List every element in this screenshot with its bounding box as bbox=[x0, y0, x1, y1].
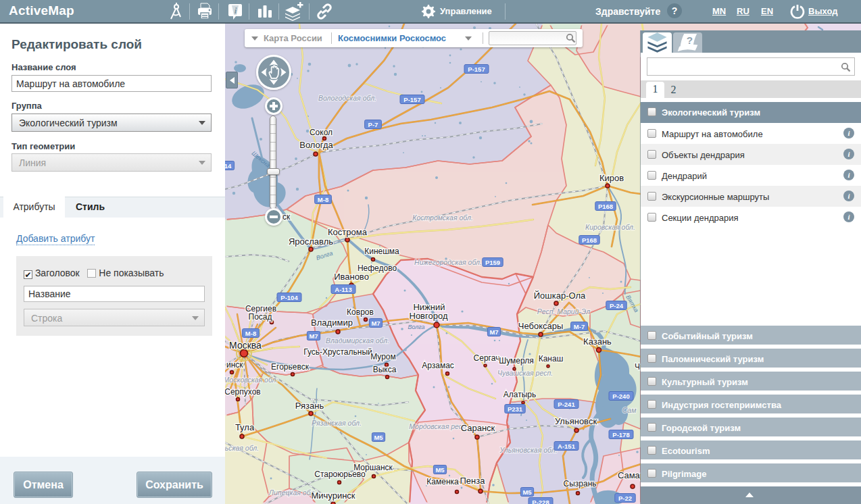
svg-text:Алатырь: Алатырь bbox=[503, 390, 536, 399]
svg-text:Р-104: Р-104 bbox=[280, 294, 298, 301]
svg-text:Выкса: Выкса bbox=[373, 365, 397, 374]
svg-text:Иваново: Иваново bbox=[334, 272, 369, 282]
svg-text:14: 14 bbox=[225, 162, 232, 170]
svg-text:Вологда: Вологда bbox=[299, 140, 333, 150]
svg-text:М-8: М-8 bbox=[245, 330, 256, 337]
svg-text:Киров: Киров bbox=[599, 173, 624, 183]
svg-text:Казань: Казань bbox=[583, 336, 612, 347]
svg-text:Тула: Тула bbox=[235, 422, 255, 432]
svg-text:Вологодская обл.: Вологодская обл. bbox=[318, 94, 376, 102]
svg-text:Р-157: Р-157 bbox=[468, 66, 485, 73]
svg-text:М-8: М-8 bbox=[318, 196, 328, 203]
svg-text:Новгород: Новгород bbox=[410, 311, 448, 321]
svg-text:Рязанская обл.: Рязанская обл. bbox=[312, 419, 362, 427]
svg-text:М7: М7 bbox=[489, 328, 498, 336]
svg-text:Сызрань: Сызрань bbox=[563, 479, 596, 488]
svg-text:Муром: Муром bbox=[370, 352, 396, 361]
svg-text:М7: М7 bbox=[309, 332, 318, 340]
svg-text:Чувашская респ.: Чувашская респ. bbox=[497, 369, 553, 377]
svg-text:М7: М7 bbox=[371, 320, 380, 327]
svg-text:Москва: Москва bbox=[229, 340, 262, 351]
svg-text:Р231: Р231 bbox=[508, 405, 523, 413]
svg-text:Волга: Волга bbox=[408, 324, 424, 330]
svg-text:Московская обл.: Московская обл. bbox=[225, 376, 278, 384]
svg-text:Владимир: Владимир bbox=[311, 318, 353, 328]
svg-text:P159: P159 bbox=[485, 259, 500, 266]
svg-text:Р-24: Р-24 bbox=[610, 302, 624, 309]
svg-text:Староюрьево: Староюрьево bbox=[314, 470, 366, 479]
svg-text:Йошкар-Ола: Йошкар-Ола bbox=[534, 291, 586, 301]
svg-text:льская обл.: льская обл. bbox=[225, 444, 259, 452]
svg-text:Кировская обл.: Кировская обл. bbox=[585, 223, 635, 231]
svg-text:Липецкая обл.: Липецкая обл. bbox=[268, 488, 316, 497]
svg-text:Пенза: Пенза bbox=[460, 476, 486, 486]
svg-text:Респ. Марий-Эл: Респ. Марий-Эл bbox=[537, 307, 590, 316]
svg-text:Сам: Сам bbox=[622, 406, 637, 414]
svg-text:Чебоксары: Чебоксары bbox=[518, 321, 564, 331]
svg-text:Р-157: Р-157 bbox=[403, 96, 420, 103]
svg-text:Рязань: Рязань bbox=[295, 401, 324, 411]
svg-text:Ковров: Ковров bbox=[347, 307, 374, 317]
svg-text:Р-22: Р-22 bbox=[618, 495, 632, 502]
svg-text:Каменка: Каменка bbox=[426, 477, 459, 486]
svg-text:М5: М5 bbox=[522, 488, 532, 496]
svg-text:Р-228: Р-228 bbox=[532, 499, 549, 504]
svg-text:инск: инск bbox=[226, 360, 243, 370]
svg-text:Ульяновск: Ульяновск bbox=[555, 416, 597, 426]
svg-text:Арзамас: Арзамас bbox=[422, 361, 454, 370]
svg-text:А-113: А-113 bbox=[335, 286, 351, 293]
svg-text:Мордовская респ.: Мордовская респ. bbox=[409, 422, 468, 430]
svg-text:Посад: Посад bbox=[249, 312, 272, 322]
svg-text:Саранск: Саранск bbox=[461, 423, 495, 433]
svg-text:Шумерля: Шумерля bbox=[499, 356, 534, 366]
svg-text:Мичуринск: Мичуринск bbox=[311, 490, 355, 501]
svg-text:Р-178: Р-178 bbox=[612, 431, 629, 438]
svg-text:Р-241: Р-241 bbox=[558, 401, 575, 408]
svg-text:Р-240: Р-240 bbox=[612, 393, 629, 400]
svg-text:М5: М5 bbox=[374, 434, 383, 441]
svg-text:Нижегородская обл.: Нижегородская обл. bbox=[414, 258, 482, 266]
svg-text:Сергач: Сергач bbox=[474, 353, 500, 363]
svg-text:i: i bbox=[235, 5, 237, 16]
svg-text:Р168: Р168 bbox=[598, 203, 613, 210]
svg-text:Кострома: Кострома bbox=[328, 227, 368, 237]
svg-text:Костромская обл.: Костромская обл. bbox=[412, 213, 473, 222]
svg-text:?: ? bbox=[687, 34, 693, 46]
svg-text:А-151: А-151 bbox=[558, 443, 576, 450]
svg-text:Ульяновская обл.: Ульяновская обл. bbox=[499, 446, 557, 454]
svg-text:Р-7: Р-7 bbox=[368, 121, 378, 128]
svg-text:Гусь-Хрустальный: Гусь-Хрустальный bbox=[303, 347, 372, 357]
svg-text:Серпухов: Серпухов bbox=[225, 387, 261, 397]
svg-text:М5: М5 bbox=[435, 466, 445, 474]
svg-text:Владимирская обл.: Владимирская обл. bbox=[326, 336, 389, 345]
svg-text:Сокол: Сокол bbox=[310, 128, 333, 137]
svg-text:P168: P168 bbox=[582, 236, 597, 244]
svg-text:Ярославль: Ярославль bbox=[289, 236, 333, 247]
svg-text:Канаш: Канаш bbox=[539, 354, 564, 363]
svg-text:Кинешма: Кинешма bbox=[364, 247, 399, 256]
svg-text:Егорьевск: Егорьевск bbox=[271, 362, 310, 372]
svg-text:М-7: М-7 bbox=[574, 323, 585, 330]
